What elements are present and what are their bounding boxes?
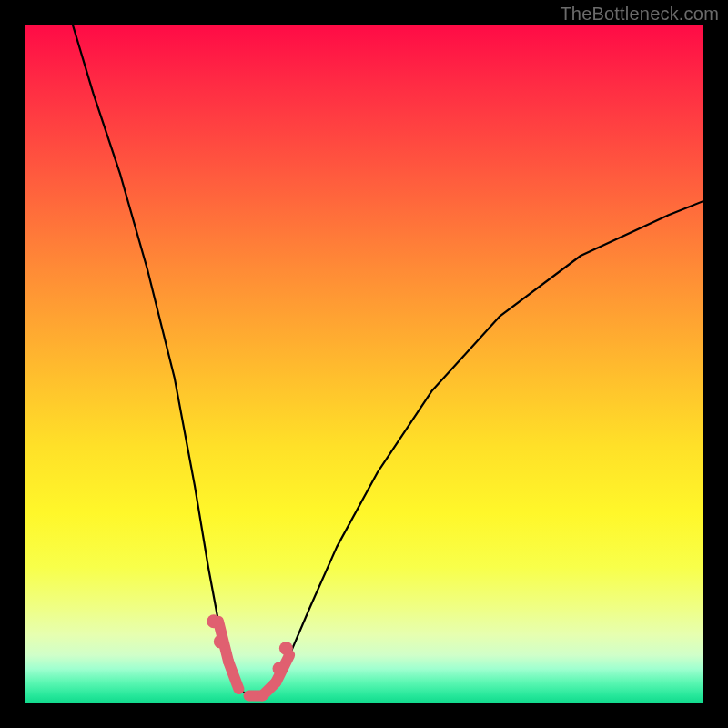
pink-bead-dot	[214, 635, 228, 649]
chart-frame: TheBottleneck.com	[0, 0, 728, 728]
pink-beads	[207, 614, 293, 695]
pink-bead-dot	[207, 614, 220, 628]
watermark-text: TheBottleneck.com	[560, 4, 719, 25]
pink-bead-dot	[279, 642, 293, 655]
bottleneck-curve	[73, 25, 703, 696]
pink-bead-segment	[228, 662, 238, 689]
plot-area	[25, 25, 703, 703]
pink-bead-dot	[273, 662, 287, 675]
curve-layer	[25, 25, 703, 703]
